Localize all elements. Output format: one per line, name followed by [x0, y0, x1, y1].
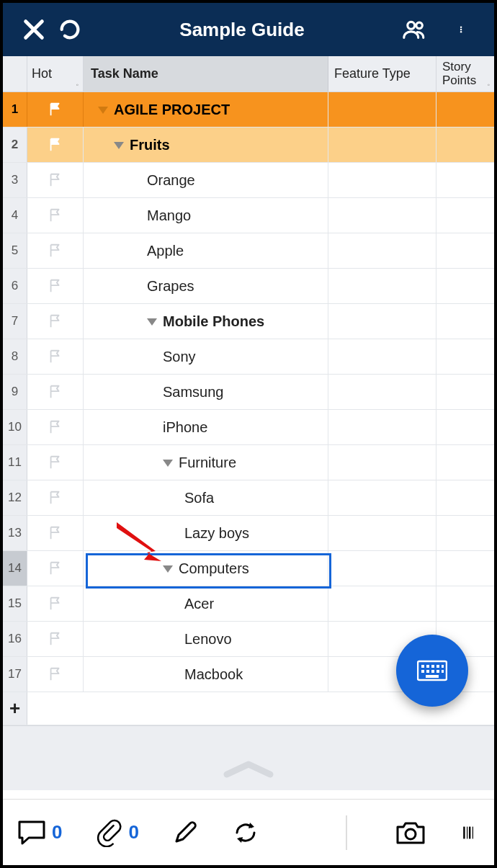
close-icon[interactable] — [16, 12, 52, 48]
story-cell[interactable] — [436, 551, 494, 586]
hot-cell[interactable] — [27, 375, 84, 409]
table-row[interactable]: 15Acer — [3, 586, 494, 622]
expand-collapse-icon[interactable] — [163, 565, 173, 573]
row-number[interactable]: 5 — [3, 233, 27, 268]
row-number[interactable]: 9 — [3, 375, 27, 409]
story-cell[interactable] — [436, 163, 494, 197]
story-cell[interactable] — [436, 410, 494, 444]
feature-cell[interactable] — [328, 586, 436, 621]
table-row[interactable]: 5Apple — [3, 233, 494, 269]
task-cell[interactable]: Apple — [84, 233, 328, 268]
hot-cell[interactable] — [27, 410, 84, 444]
row-number[interactable]: 15 — [3, 586, 27, 621]
table-row[interactable]: 1AGILE PROJECT — [3, 92, 494, 127]
story-cell[interactable] — [436, 375, 494, 409]
table-row[interactable]: 2Fruits — [3, 127, 494, 163]
hot-cell[interactable] — [27, 163, 84, 197]
hot-cell[interactable] — [27, 92, 84, 127]
comments-button[interactable]: 0 — [17, 820, 62, 846]
share-users-icon[interactable] — [396, 12, 432, 48]
row-number[interactable]: 16 — [3, 622, 27, 656]
feature-cell[interactable] — [328, 445, 436, 480]
task-cell[interactable]: Lenovo — [84, 622, 328, 656]
more-menu-icon[interactable] — [445, 12, 481, 48]
story-cell[interactable] — [436, 516, 494, 550]
row-number[interactable]: 11 — [3, 445, 27, 480]
row-number[interactable]: 4 — [3, 198, 27, 233]
refresh-button[interactable] — [231, 818, 260, 847]
task-cell[interactable]: Computers — [84, 551, 328, 586]
expand-collapse-icon[interactable] — [163, 460, 173, 467]
attachments-button[interactable]: 0 — [95, 818, 138, 847]
task-cell[interactable]: Sofa — [84, 480, 328, 515]
row-number[interactable]: 14 — [3, 551, 27, 586]
table-row[interactable]: 13Lazy boys — [3, 516, 494, 551]
story-cell[interactable] — [436, 198, 494, 233]
feature-cell[interactable] — [328, 410, 436, 444]
table-row[interactable]: 14Computers — [3, 551, 494, 586]
add-row-plus-icon[interactable]: + — [3, 692, 27, 725]
feature-cell[interactable] — [328, 163, 436, 197]
task-cell[interactable]: Sony — [84, 339, 328, 374]
hot-cell[interactable] — [27, 445, 84, 480]
sheet-drag-handle[interactable] — [3, 760, 494, 779]
feature-cell[interactable] — [328, 233, 436, 268]
task-cell[interactable]: Lazy boys — [84, 516, 328, 550]
feature-cell[interactable] — [328, 127, 436, 162]
column-header-task[interactable]: Task Name — [84, 56, 328, 91]
hot-cell[interactable] — [27, 551, 84, 586]
row-number[interactable]: 8 — [3, 339, 27, 374]
hot-cell[interactable] — [27, 622, 84, 656]
row-number[interactable]: 10 — [3, 410, 27, 444]
feature-cell[interactable] — [328, 198, 436, 233]
task-cell[interactable]: Orange — [84, 163, 328, 197]
row-number[interactable]: 2 — [3, 127, 27, 162]
camera-button[interactable] — [395, 820, 426, 846]
task-cell[interactable]: Mobile Phones — [84, 304, 328, 339]
column-header-story[interactable]: Story Points ◦ — [436, 56, 494, 91]
table-row[interactable]: 6Grapes — [3, 269, 494, 304]
row-number[interactable]: 7 — [3, 304, 27, 339]
keyboard-fab-button[interactable] — [396, 635, 468, 707]
row-number[interactable]: 12 — [3, 480, 27, 515]
story-cell[interactable] — [436, 445, 494, 480]
row-number[interactable]: 3 — [3, 163, 27, 197]
hot-cell[interactable] — [27, 233, 84, 268]
task-cell[interactable]: Furniture — [84, 445, 328, 480]
hot-cell[interactable] — [27, 269, 84, 303]
hot-cell[interactable] — [27, 339, 84, 374]
hot-cell[interactable] — [27, 516, 84, 550]
task-cell[interactable]: AGILE PROJECT — [84, 92, 328, 127]
task-cell[interactable]: Samsung — [84, 375, 328, 409]
column-header-feature[interactable]: Feature Type — [328, 56, 436, 91]
story-cell[interactable] — [436, 304, 494, 339]
table-row[interactable]: 9Samsung — [3, 375, 494, 410]
expand-collapse-icon[interactable] — [98, 107, 108, 114]
refresh-icon[interactable] — [52, 12, 88, 48]
column-header-hot[interactable]: Hot ◦ — [27, 56, 84, 91]
row-number[interactable]: 6 — [3, 269, 27, 303]
feature-cell[interactable] — [328, 269, 436, 303]
hot-cell[interactable] — [27, 304, 84, 339]
expand-collapse-icon[interactable] — [147, 318, 157, 326]
task-cell[interactable]: Grapes — [84, 269, 328, 303]
table-row[interactable]: 10iPhone — [3, 410, 494, 445]
story-cell[interactable] — [436, 233, 494, 268]
table-row[interactable]: 11Furniture — [3, 445, 494, 480]
row-number[interactable]: 13 — [3, 516, 27, 550]
task-cell[interactable]: Mango — [84, 198, 328, 233]
table-row[interactable]: 8Sony — [3, 339, 494, 375]
story-cell[interactable] — [436, 269, 494, 303]
task-cell[interactable]: Acer — [84, 586, 328, 621]
feature-cell[interactable] — [328, 480, 436, 515]
edit-button[interactable] — [172, 820, 198, 846]
table-row[interactable]: 3Orange — [3, 163, 494, 198]
feature-cell[interactable] — [328, 516, 436, 550]
hot-cell[interactable] — [27, 586, 84, 621]
feature-cell[interactable] — [328, 375, 436, 409]
story-cell[interactable] — [436, 586, 494, 621]
hot-cell[interactable] — [27, 657, 84, 692]
table-row[interactable]: 12Sofa — [3, 480, 494, 516]
task-cell[interactable]: iPhone — [84, 410, 328, 444]
hot-cell[interactable] — [27, 127, 84, 162]
